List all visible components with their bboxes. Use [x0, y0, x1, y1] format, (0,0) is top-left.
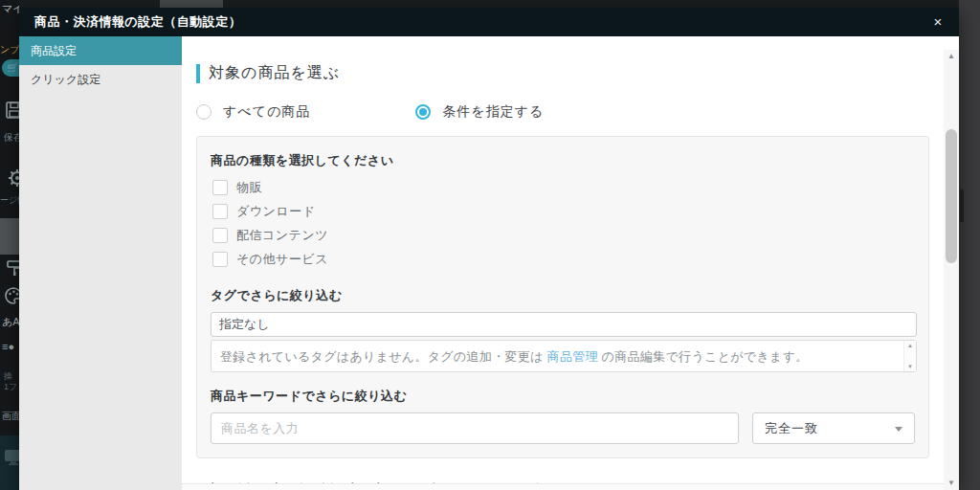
checkbox-physical[interactable]	[212, 180, 228, 195]
background-scrollbar-thumb	[960, 189, 964, 222]
editor-preview-row	[0, 435, 19, 490]
checkbox-row-download[interactable]: ダウンロード	[211, 199, 915, 223]
keyword-row: 完全一致	[211, 412, 915, 444]
tag-select-input[interactable]	[211, 312, 917, 337]
tag-note-box: 登録されているタグはありません。タグの追加・変更は 商品管理 の商品編集で行うこ…	[211, 340, 917, 372]
editor-right-background	[959, 0, 980, 490]
section-title-text: 対象の商品を選ぶ	[209, 63, 340, 83]
tag-note-pre: 登録されているタグはありません。タグの追加・変更は	[220, 349, 547, 364]
checkbox-streaming-label[interactable]: 配信コンテンツ	[236, 227, 328, 244]
editor-sample-label: ンプ	[0, 43, 19, 56]
menu-toggle-icon[interactable]: ≡●	[2, 341, 14, 352]
save-icon[interactable]	[6, 101, 19, 119]
editor-top-background	[19, 0, 961, 8]
target-product-radio-group: すべての商品 条件を指定する	[196, 103, 944, 121]
tag-note-scroll-up-icon[interactable]: ▲	[904, 343, 916, 348]
font-setting-label[interactable]: あA	[2, 315, 19, 329]
modal-footer-edge	[182, 483, 944, 490]
checkbox-row-physical[interactable]: 物販	[211, 175, 915, 199]
page-info-label[interactable]: ージ情	[0, 194, 19, 207]
radio-specify-conditions-label[interactable]: 条件を指定する	[442, 103, 544, 121]
paint-roller-icon[interactable]	[6, 259, 19, 277]
section-title: 対象の商品を選ぶ	[196, 63, 944, 83]
publish-pill[interactable]: 🛒	[2, 59, 19, 77]
product-type-header: 商品の種類を選択してください	[211, 152, 915, 169]
tag-note-post: の商品編集で行うことができます。	[598, 349, 809, 364]
radio-all-products-label[interactable]: すべての商品	[223, 103, 310, 121]
condition-panel: 商品の種類を選択してください 物販 ダウンロード 配信コンテンツ	[196, 136, 929, 458]
scrollbar-track[interactable]	[944, 50, 959, 490]
chevron-down-icon	[895, 427, 902, 432]
product-management-link[interactable]: 商品管理	[547, 349, 598, 364]
checkbox-physical-label[interactable]: 物販	[236, 179, 262, 196]
close-icon[interactable]: ×	[926, 8, 949, 36]
section-title-accent-bar	[196, 64, 200, 83]
checkbox-row-streaming[interactable]: 配信コンテンツ	[211, 223, 915, 247]
modal-sidebar: 商品設定 クリック設定	[19, 36, 182, 490]
tab-click-settings[interactable]: クリック設定	[19, 65, 182, 94]
scroll-up-icon[interactable]: ▲	[944, 50, 959, 63]
palette-icon[interactable]	[4, 286, 19, 305]
gear-icon[interactable]	[8, 168, 19, 188]
match-type-value: 完全一致	[765, 420, 818, 437]
editor-mypage-label: マイ	[2, 2, 19, 16]
product-type-checkbox-group: 物販 ダウンロード 配信コンテンツ その他サービス	[211, 175, 915, 271]
modal-scrollbar[interactable]: ▲ ▼	[944, 36, 959, 490]
tag-note-scroll-down-icon[interactable]: ▼	[904, 364, 916, 369]
tag-note-text: 登録されているタグはありません。タグの追加・変更は 商品管理 の商品編集で行うこ…	[212, 341, 916, 366]
cart-icon: 🛒	[7, 62, 18, 73]
monitor-icon[interactable]	[4, 449, 19, 466]
scrollbar-thumb[interactable]	[946, 129, 957, 263]
checkbox-other-services-label[interactable]: その他サービス	[236, 251, 328, 268]
operation-count-label: 1フ	[4, 381, 17, 393]
tag-note-scrollbar[interactable]: ▲ ▼	[903, 341, 916, 371]
scroll-down-icon[interactable]: ▼	[944, 477, 959, 490]
editor-sidebar-background: マイ ンプ 🛒 保存 ージ情 あA ≡● 操 1フ 画面	[0, 0, 19, 490]
keyword-filter-header: 商品キーワードでさらに絞り込む	[211, 388, 915, 405]
screen-size-label[interactable]: 画面	[2, 410, 19, 423]
editor-selected-row	[0, 218, 19, 255]
modal-header: 商品・決済情報の設定（自動設定） ×	[19, 8, 959, 36]
tag-filter-header: タグでさらに絞り込む	[211, 287, 915, 304]
radio-specify-conditions[interactable]	[415, 104, 431, 120]
modal-main: 対象の商品を選ぶ すべての商品 条件を指定する 商品の種類を選択してください 物…	[182, 36, 944, 490]
save-label[interactable]: 保存	[4, 131, 19, 145]
tab-product-settings[interactable]: 商品設定	[19, 36, 182, 65]
checkbox-download-label[interactable]: ダウンロード	[236, 203, 316, 220]
product-name-input[interactable]	[211, 412, 739, 444]
checkbox-download[interactable]	[212, 204, 228, 219]
screen: マイ ンプ 🛒 保存 ージ情 あA ≡● 操 1フ 画面 商品・決済情報の設定（…	[0, 0, 980, 490]
checkbox-row-other-services[interactable]: その他サービス	[211, 247, 915, 271]
match-type-select[interactable]: 完全一致	[752, 412, 915, 444]
checkbox-other-services[interactable]	[212, 252, 228, 267]
checkbox-streaming[interactable]	[212, 228, 228, 243]
radio-all-products[interactable]	[196, 104, 212, 120]
editor-top-tab-fragment	[160, 0, 223, 8]
settings-modal: 商品・決済情報の設定（自動設定） × 商品設定 クリック設定 対象の商品を選ぶ …	[19, 8, 959, 490]
modal-title: 商品・決済情報の設定（自動設定）	[34, 13, 241, 31]
